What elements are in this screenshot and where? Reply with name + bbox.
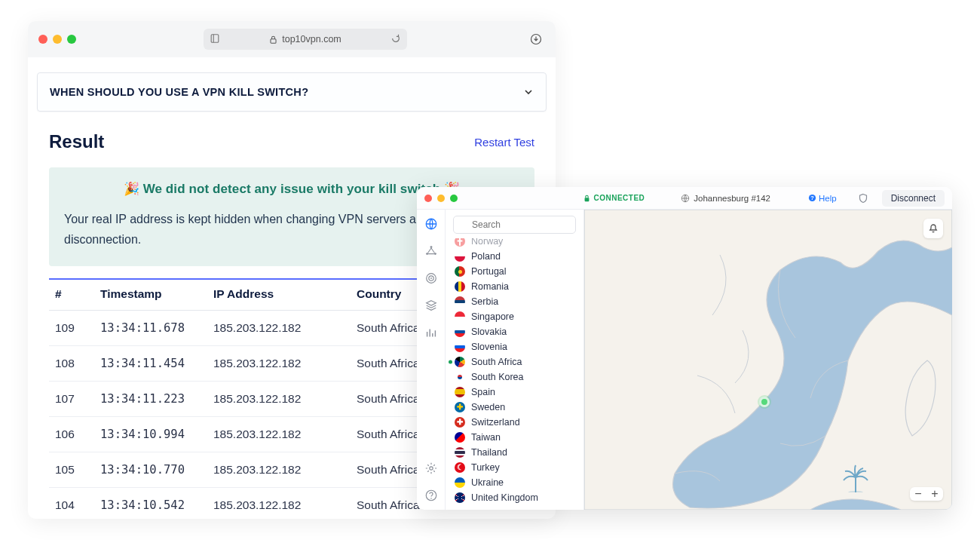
palm-icon	[843, 462, 868, 492]
country-item[interactable]: ╋Norway	[446, 238, 583, 249]
minimize-window-button[interactable]	[53, 35, 62, 44]
country-item[interactable]: Singapore	[446, 309, 583, 324]
server-location[interactable]: Johannesburg #142	[681, 194, 770, 203]
country-panel: ╋NorwayPolandPortugalRomaniaSerbiaSingap…	[446, 210, 584, 510]
country-item[interactable]: Serbia	[446, 294, 583, 309]
zoom-controls: − +	[910, 487, 943, 501]
party-emoji-left: 🎉	[124, 182, 139, 196]
support-tab-icon[interactable]	[424, 489, 438, 502]
svg-point-20	[848, 491, 863, 492]
shield-icon[interactable]	[858, 193, 868, 204]
map-view[interactable]: − +	[584, 210, 952, 510]
stats-tab-icon[interactable]	[424, 326, 438, 339]
country-item[interactable]: ✚Switzerland	[446, 415, 583, 430]
browser-toolbar: top10vpn.com	[28, 21, 556, 57]
cell-index: 109	[49, 311, 94, 346]
flag-icon: ✚	[455, 402, 465, 412]
reload-icon[interactable]	[390, 33, 401, 44]
lock-icon	[269, 35, 277, 44]
flag-icon	[455, 342, 465, 352]
country-name: Slovakia	[471, 327, 507, 337]
svg-rect-2	[271, 38, 276, 43]
country-item[interactable]: Slovakia	[446, 324, 583, 339]
map-landmass	[584, 210, 952, 510]
cell-ip: 185.203.122.182	[207, 417, 351, 452]
window-controls	[38, 35, 76, 44]
flag-icon	[455, 447, 465, 458]
flag-icon	[455, 311, 465, 322]
country-name: Poland	[471, 251, 501, 262]
svg-point-17	[430, 498, 432, 499]
globe-tab-icon[interactable]	[424, 217, 438, 231]
country-item[interactable]: South Africa	[446, 354, 583, 369]
close-window-button[interactable]	[38, 35, 47, 44]
country-name: Sweden	[471, 402, 505, 412]
country-name: Taiwan	[471, 432, 501, 443]
flag-icon	[455, 432, 465, 443]
cell-ip: 185.203.122.182	[207, 311, 351, 346]
country-item[interactable]: South Korea	[446, 369, 583, 385]
cell-ip: 185.203.122.182	[207, 382, 351, 417]
address-bar[interactable]: top10vpn.com	[204, 29, 407, 50]
settings-tab-icon[interactable]	[424, 461, 438, 475]
country-item[interactable]: Spain	[446, 385, 583, 400]
server-pin[interactable]	[759, 397, 770, 407]
result-heading: Result	[49, 131, 104, 152]
cell-ip: 185.203.122.182	[207, 488, 351, 519]
faq-question: WHEN SHOULD YOU USE A VPN KILL SWITCH?	[50, 86, 308, 98]
svg-point-15	[429, 467, 432, 470]
download-icon	[530, 33, 542, 45]
country-item[interactable]: Portugal	[446, 264, 583, 279]
reader-icon	[210, 33, 220, 44]
cell-timestamp: 13:34:11.223	[94, 382, 207, 417]
zoom-out-button[interactable]: −	[910, 487, 926, 501]
country-item[interactable]: Romania	[446, 279, 583, 294]
zoom-in-button[interactable]: +	[926, 487, 943, 501]
vpn-minimize-button[interactable]	[437, 195, 445, 202]
target-tab-icon[interactable]	[424, 271, 438, 285]
country-name: Portugal	[471, 266, 507, 277]
notifications-button[interactable]	[923, 219, 943, 238]
flag-icon	[455, 266, 465, 277]
svg-point-14	[430, 277, 432, 279]
country-item[interactable]: Poland	[446, 249, 583, 264]
vpn-close-button[interactable]	[424, 195, 432, 202]
country-name: South Africa	[471, 357, 522, 367]
cell-ip: 185.203.122.182	[207, 452, 351, 488]
globe-icon	[681, 194, 690, 203]
country-item[interactable]: Ukraine	[446, 475, 583, 490]
vpn-window-controls	[424, 195, 458, 202]
bell-icon	[928, 223, 939, 234]
meshnet-tab-icon[interactable]	[424, 244, 438, 258]
th-ip: IP Address	[207, 279, 351, 311]
country-name: United Kingdom	[471, 492, 538, 503]
country-item[interactable]: Slovenia	[446, 339, 583, 354]
th-index: #	[49, 279, 94, 311]
country-name: Norway	[471, 238, 503, 247]
flag-icon	[455, 281, 465, 292]
svg-point-9	[430, 246, 432, 248]
country-item[interactable]: Taiwan	[446, 430, 583, 445]
country-item[interactable]: Thailand	[446, 445, 583, 460]
cell-index: 108	[49, 346, 94, 382]
flag-icon	[455, 327, 465, 337]
maximize-window-button[interactable]	[67, 35, 76, 44]
connection-status: CONNECTED	[583, 194, 645, 202]
cell-timestamp: 13:34:10.994	[94, 417, 207, 452]
help-link[interactable]: ? Help	[808, 194, 837, 203]
restart-test-link[interactable]: Restart Test	[474, 136, 534, 149]
disconnect-button[interactable]: Disconnect	[882, 190, 945, 207]
country-item[interactable]: ☾Turkey	[446, 460, 583, 475]
faq-accordion[interactable]: WHEN SHOULD YOU USE A VPN KILL SWITCH?	[37, 72, 547, 112]
country-list[interactable]: ╋NorwayPolandPortugalRomaniaSerbiaSingap…	[446, 238, 583, 510]
svg-rect-4	[585, 198, 590, 201]
country-item[interactable]: United Kingdom	[446, 490, 583, 505]
country-name: Spain	[471, 387, 495, 397]
search-input[interactable]	[453, 216, 576, 234]
vpn-maximize-button[interactable]	[450, 195, 458, 202]
layers-tab-icon[interactable]	[424, 299, 438, 312]
country-name: Switzerland	[471, 417, 520, 428]
url-text: top10vpn.com	[282, 34, 341, 44]
downloads-button[interactable]	[527, 30, 545, 48]
country-item[interactable]: ✚Sweden	[446, 400, 583, 415]
